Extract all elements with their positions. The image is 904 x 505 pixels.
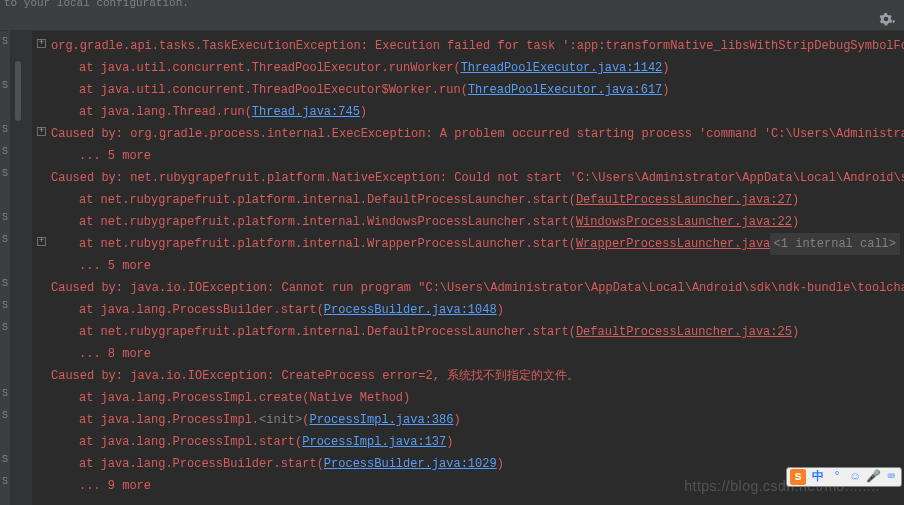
trace-text: ): [792, 193, 799, 207]
trace-text: ): [446, 435, 453, 449]
fold-toggle[interactable]: +: [37, 127, 46, 136]
source-link[interactable]: ProcessImpl.java:386: [309, 413, 453, 427]
stack-trace-line: at java.lang.ProcessBuilder.start(Proces…: [37, 453, 904, 475]
trace-text: at net.rubygrapefruit.platform.internal.…: [79, 215, 576, 229]
trace-text: ): [360, 105, 367, 119]
trace-text: ): [662, 83, 669, 97]
stack-trace-line: Caused by: java.io.IOException: CreatePr…: [37, 365, 904, 387]
stack-trace-line: at java.lang.ProcessImpl.<init>(ProcessI…: [37, 409, 904, 431]
filter-char: S: [0, 207, 10, 229]
trace-text: at java.lang.ProcessImpl.: [79, 413, 259, 427]
stack-trace-line: at net.rubygrapefruit.platform.internal.…: [37, 189, 904, 211]
ime-toolbar[interactable]: S 中 ° ☺ 🎤 ⌨: [786, 467, 902, 487]
stack-trace-line: at java.util.concurrent.ThreadPoolExecut…: [37, 79, 904, 101]
source-link[interactable]: DefaultProcessLauncher.java:25: [576, 325, 792, 339]
trace-text: at java.util.concurrent.ThreadPoolExecut…: [79, 61, 461, 75]
source-link[interactable]: ProcessBuilder.java:1029: [324, 457, 497, 471]
trace-text: ): [792, 215, 799, 229]
ime-emoji-icon[interactable]: ☺: [848, 470, 862, 484]
scroll-handle[interactable]: [15, 61, 21, 121]
stack-trace-line: Caused by: net.rubygrapefruit.platform.N…: [37, 167, 904, 189]
filter-char: [0, 339, 10, 361]
trace-text: at net.rubygrapefruit.platform.internal.…: [79, 193, 576, 207]
filter-char: [0, 97, 10, 119]
trace-text: at net.rubygrapefruit.platform.internal.…: [79, 237, 576, 251]
trace-text: ): [497, 303, 504, 317]
trace-text: Caused by: net.rubygrapefruit.platform.N…: [51, 171, 904, 185]
trace-text: ... 5 more: [79, 259, 151, 273]
filter-char: S: [0, 75, 10, 97]
source-link[interactable]: ProcessImpl.java:137: [302, 435, 446, 449]
stack-trace-line: at java.lang.Thread.run(Thread.java:745): [37, 101, 904, 123]
source-link[interactable]: Thread.java:745: [252, 105, 360, 119]
stack-trace-line: at java.util.concurrent.ThreadPoolExecut…: [37, 57, 904, 79]
filter-char: S: [0, 449, 10, 471]
stack-trace-line: at java.lang.ProcessImpl.create(Native M…: [37, 387, 904, 409]
trace-text: at java.util.concurrent.ThreadPoolExecut…: [79, 83, 468, 97]
gutter: [11, 31, 33, 505]
filter-char: S: [0, 163, 10, 185]
trace-text: ... 8 more: [79, 347, 151, 361]
filter-char: S: [0, 295, 10, 317]
trace-text: at java.lang.ProcessBuilder.start(: [79, 457, 324, 471]
console-output[interactable]: +org.gradle.api.tasks.TaskExecutionExcep…: [33, 31, 904, 505]
trace-text: ): [497, 457, 504, 471]
filter-char: S: [0, 383, 10, 405]
internal-calls-note[interactable]: <1 internal call>: [770, 233, 900, 255]
filter-char: [0, 53, 10, 75]
filter-rail[interactable]: SSSSSSSSSSSSSS: [0, 31, 11, 505]
filter-char: S: [0, 273, 10, 295]
ime-logo-icon: S: [790, 469, 806, 485]
trace-text: at java.lang.ProcessBuilder.start(: [79, 303, 324, 317]
console-toolbar: ▾: [0, 10, 904, 31]
filter-char: S: [0, 31, 10, 53]
ime-keyboard-icon[interactable]: ⌨: [884, 470, 898, 484]
source-link[interactable]: ProcessBuilder.java:1048: [324, 303, 497, 317]
filter-char: S: [0, 471, 10, 493]
source-link[interactable]: WrapperProcessLauncher.java:36: [576, 237, 792, 251]
trace-text: Caused by: java.io.IOException: Cannot r…: [51, 281, 904, 295]
stack-trace-line: Caused by: java.io.IOException: Cannot r…: [37, 277, 904, 299]
trace-text: at net.rubygrapefruit.platform.internal.…: [79, 325, 576, 339]
stack-trace-line: at java.lang.ProcessImpl.start(ProcessIm…: [37, 431, 904, 453]
filter-char: [0, 361, 10, 383]
stack-trace-line: at net.rubygrapefruit.platform.internal.…: [37, 211, 904, 233]
trace-text: ): [662, 61, 669, 75]
filter-char: [0, 251, 10, 273]
stack-trace-line: at net.rubygrapefruit.platform.internal.…: [37, 321, 904, 343]
source-link[interactable]: ThreadPoolExecutor.java:1142: [461, 61, 663, 75]
trace-text: at java.lang.ProcessImpl.create(Native M…: [79, 391, 410, 405]
stack-trace-line: ... 5 more: [37, 255, 904, 277]
filter-char: S: [0, 405, 10, 427]
editor-remnant-text: to your local configuration.: [0, 0, 904, 10]
trace-text: <init>: [259, 413, 302, 427]
filter-char: S: [0, 141, 10, 163]
ime-punct-icon[interactable]: °: [830, 470, 844, 484]
filter-char: [0, 185, 10, 207]
ime-lang[interactable]: 中: [810, 466, 826, 488]
gear-icon[interactable]: ▾: [879, 12, 896, 30]
filter-char: S: [0, 317, 10, 339]
filter-char: [0, 427, 10, 449]
filter-char: S: [0, 229, 10, 251]
trace-text: ... 5 more: [79, 149, 151, 163]
trace-text: Caused by: org.gradle.process.internal.E…: [51, 127, 904, 141]
fold-toggle[interactable]: +: [37, 39, 46, 48]
ime-mic-icon[interactable]: 🎤: [866, 470, 880, 484]
stack-trace-line: at java.lang.ProcessBuilder.start(Proces…: [37, 299, 904, 321]
trace-text: ): [453, 413, 460, 427]
trace-text: ): [792, 325, 799, 339]
trace-text: at java.lang.ProcessImpl.start(: [79, 435, 302, 449]
stack-trace-line: +org.gradle.api.tasks.TaskExecutionExcep…: [37, 35, 904, 57]
source-link[interactable]: DefaultProcessLauncher.java:27: [576, 193, 792, 207]
source-link[interactable]: ThreadPoolExecutor.java:617: [468, 83, 662, 97]
source-link[interactable]: WindowsProcessLauncher.java:22: [576, 215, 792, 229]
trace-text: org.gradle.api.tasks.TaskExecutionExcept…: [51, 39, 904, 53]
filter-char: S: [0, 119, 10, 141]
fold-toggle[interactable]: +: [37, 237, 46, 246]
stack-trace-line: +Caused by: org.gradle.process.internal.…: [37, 123, 904, 145]
stack-trace-line: ... 8 more: [37, 343, 904, 365]
trace-text: at java.lang.Thread.run(: [79, 105, 252, 119]
stack-trace-line: +at net.rubygrapefruit.platform.internal…: [37, 233, 904, 255]
trace-text: Caused by: java.io.IOException: CreatePr…: [51, 369, 579, 383]
